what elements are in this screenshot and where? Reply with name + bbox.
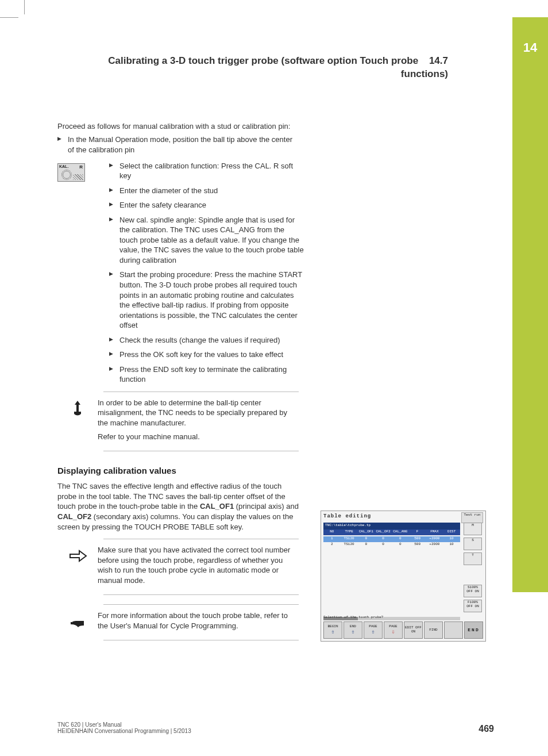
th: NO <box>323 529 341 535</box>
section-body: The TNC saves the effective length and e… <box>57 481 299 532</box>
running-head: Calibrating a 3-D touch trigger probe (s… <box>57 55 448 81</box>
running-head-line1: Calibrating a 3-D touch trigger probe (s… <box>108 55 418 66</box>
section-heading: Displaying calibration values <box>57 465 299 477</box>
step-item: Enter the safety clearance <box>109 200 304 210</box>
status-line: Selection of the touch probe? <box>323 615 383 619</box>
step-item: Start the probing procedure: Press the m… <box>109 270 304 330</box>
softkey-find: FIND <box>424 621 443 639</box>
th: FMAX <box>426 529 443 535</box>
table-row: 1 TS120 0 0 0 500 +2000 10 <box>323 536 460 542</box>
footer-line2: HEIDENHAIN Conversational Programming | … <box>57 728 494 734</box>
softkey-hatch-icon <box>73 174 83 180</box>
cal-of2: CAL_OF2 <box>57 512 91 521</box>
cal-r-softkey-figure: KAL. R <box>57 163 85 182</box>
probe-icon <box>57 398 98 421</box>
softkey-row: BEGIN⇧ END⇧ PAGE⇧ PAGE⇩ EDIT OFF ON FIND… <box>323 621 483 639</box>
book-icon <box>57 611 98 634</box>
softkey-empty <box>444 621 463 639</box>
right-button: S <box>464 538 482 550</box>
screenshot-path: TNC:\table\tchprobe.tp <box>323 523 460 529</box>
screenshot-title: Table editing <box>323 513 371 519</box>
step-item: In the Manual Operation mode, position t… <box>57 135 299 155</box>
softkey-r: R <box>79 164 83 170</box>
footer-line1: TNC 620 | User's Manual <box>57 722 494 728</box>
cal-of1: CAL_OF1 <box>200 502 234 511</box>
note-text: Make sure that you have activated the co… <box>98 545 299 585</box>
th: F <box>409 529 426 535</box>
note-text: For more information about the touch pro… <box>98 611 299 631</box>
th: CAL_ANG <box>392 529 409 535</box>
table-row: 2 TS120 0 0 0 500 +2000 10 <box>323 542 460 548</box>
arrow-icon <box>57 545 98 569</box>
softkey-page-down: PAGE⇩ <box>384 621 403 639</box>
step-item: Press the OK soft key for the values to … <box>109 350 304 360</box>
right-button: M <box>464 523 482 535</box>
running-head-line2: functions) <box>401 68 448 79</box>
step-item: Select the calibration function: Press t… <box>109 161 304 181</box>
step-item: Enter the diameter of the stud <box>109 186 304 196</box>
softkey-end-right: END <box>464 621 483 639</box>
intro-text: Proceed as follows for manual calibratio… <box>57 121 299 132</box>
softkey-edit: EDIT OFF ON <box>404 621 423 639</box>
table-rows: 1 TS120 0 0 0 500 +2000 10 2 TS120 0 0 0… <box>323 536 460 548</box>
note-text: Refer to your machine manual. <box>98 432 299 442</box>
chapter-tab: 14 <box>512 17 548 592</box>
right-toggle: S100% OFF ON <box>464 585 482 597</box>
softkey-label: KAL. <box>59 164 68 168</box>
step-item: New cal. spindle angle: Spindle angle th… <box>109 215 304 266</box>
th: DIST <box>443 529 460 535</box>
crop-mark <box>24 0 25 14</box>
th: CAL_OF1 <box>358 529 375 535</box>
section-number: 14.7 <box>429 55 448 68</box>
note-arrow: Make sure that you have activated the co… <box>57 539 299 595</box>
body-column: Proceed as follows for manual calibratio… <box>57 121 299 640</box>
crop-mark <box>0 17 18 18</box>
tnc-screenshot: Table editing Test run TNC:\table\tchpro… <box>321 511 486 642</box>
chapter-number: 14 <box>512 40 548 55</box>
right-button: T <box>464 552 482 565</box>
step-item: Check the results (change the values if … <box>109 335 304 346</box>
footer: TNC 620 | User's Manual HEIDENHAIN Conve… <box>57 722 494 734</box>
note-text: In order to be able to determine the bal… <box>98 398 299 428</box>
th: CAL_OF2 <box>375 529 392 535</box>
softkey-end: END⇧ <box>344 621 362 639</box>
screenshot-mini-mode: Test run <box>461 512 483 523</box>
page: 14 Calibrating a 3-D touch trigger probe… <box>0 0 548 756</box>
note-book: For more information about the touch pro… <box>57 604 299 640</box>
page-number: 469 <box>478 724 494 734</box>
softkey-page-up: PAGE⇧ <box>364 621 383 639</box>
softkey-circle-icon <box>61 170 72 180</box>
step-item: Press the END soft key to terminate the … <box>109 364 304 385</box>
right-toggle: F100% OFF ON <box>464 600 482 612</box>
table-header: NO TYPE CAL_OF1 CAL_OF2 CAL_ANG F FMAX D… <box>323 529 460 535</box>
right-button-strip: M S T S100% OFF ON F100% OFF ON <box>464 523 483 615</box>
softkey-steps: Select the calibration function: Press t… <box>109 161 304 385</box>
note-probe: In order to be able to determine the bal… <box>57 392 299 451</box>
th: TYPE <box>341 529 358 535</box>
softkey-begin: BEGIN⇧ <box>323 621 342 639</box>
